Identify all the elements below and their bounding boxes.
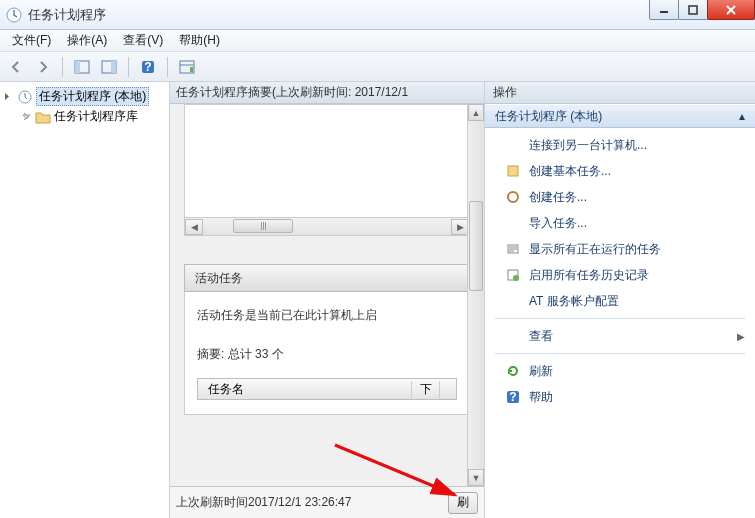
actions-subheading-label: 任务计划程序 (本地) <box>495 108 602 125</box>
svg-text:?: ? <box>144 60 151 74</box>
collapse-icon[interactable]: ▴ <box>739 109 745 123</box>
close-button[interactable] <box>707 0 755 20</box>
actions-divider-2 <box>495 353 745 354</box>
scroll-left-button[interactable]: ◀ <box>185 219 203 235</box>
status-time: 2017/12/1 23:26:47 <box>248 495 351 509</box>
navigation-tree: 任务计划程序 (本地) 任务计划程序库 <box>0 82 170 518</box>
forward-button[interactable] <box>31 55 55 79</box>
refresh-button[interactable]: 刷 <box>448 492 478 514</box>
refresh-icon <box>505 363 521 379</box>
tree-library-node[interactable]: 任务计划程序库 <box>20 107 167 126</box>
properties-button[interactable] <box>175 55 199 79</box>
action-show-running-label: 显示所有正在运行的任务 <box>529 241 661 258</box>
action-view[interactable]: 查看 ▶ <box>485 323 755 349</box>
active-tasks-header-label: 活动任务 <box>195 270 243 287</box>
action-help-label: 帮助 <box>529 389 553 406</box>
window-title: 任务计划程序 <box>28 6 106 24</box>
menu-file[interactable]: 文件(F) <box>4 30 59 51</box>
actions-panel: 操作 任务计划程序 (本地) ▴ 连接到另一台计算机... 创建基本任务... … <box>485 82 755 518</box>
task-list-header: 任务名 下 <box>197 378 457 400</box>
view-icon <box>505 328 521 344</box>
horizontal-scrollbar[interactable]: ◀ ▶ <box>185 217 469 235</box>
help-icon: ? <box>505 389 521 405</box>
task-icon <box>505 189 521 205</box>
action-create-task-label: 创建任务... <box>529 189 587 206</box>
vertical-scrollbar[interactable]: ▲ ▼ <box>467 104 484 486</box>
action-enable-history-label: 启用所有任务历史记录 <box>529 267 649 284</box>
expand-icon[interactable] <box>20 111 32 123</box>
active-tasks-body: 活动任务是当前已在此计算机上启 摘要: 总计 33 个 任务名 下 <box>184 292 470 415</box>
actions-list: 连接到另一台计算机... 创建基本任务... 创建任务... 导入任务... 显… <box>485 128 755 414</box>
main-area: 任务计划程序 (本地) 任务计划程序库 任务计划程序摘要(上次刷新时间: 201… <box>0 82 755 518</box>
toolbar-separator-2 <box>128 57 129 77</box>
menubar: 文件(F) 操作(A) 查看(V) 帮助(H) <box>0 30 755 52</box>
toolbar-separator <box>62 57 63 77</box>
scroll-thumb-vertical[interactable] <box>469 201 483 291</box>
actions-heading: 操作 <box>485 82 755 104</box>
action-create-basic[interactable]: 创建基本任务... <box>485 158 755 184</box>
svg-point-19 <box>513 275 519 281</box>
scroll-thumb[interactable] <box>233 219 293 233</box>
action-at-service-label: AT 服务帐户配置 <box>529 293 619 310</box>
svg-rect-8 <box>111 61 116 73</box>
chevron-right-icon: ▶ <box>737 331 745 342</box>
action-create-task[interactable]: 创建任务... <box>485 184 755 210</box>
task-scheduler-icon <box>17 89 33 105</box>
menu-action[interactable]: 操作(A) <box>59 30 115 51</box>
action-help[interactable]: ? 帮助 <box>485 384 755 410</box>
svg-rect-15 <box>508 166 518 176</box>
action-import-task[interactable]: 导入任务... <box>485 210 755 236</box>
status-text: 上次刷新时间2017/12/1 23:26:47 <box>176 494 448 511</box>
status-prefix: 上次刷新时间 <box>176 495 248 509</box>
action-show-running[interactable]: 显示所有正在运行的任务 <box>485 236 755 262</box>
svg-rect-6 <box>75 61 80 73</box>
summary-body: ◀ ▶ 活动任务 活动任务是当前已在此计算机上启 摘要: 总计 33 个 任务名… <box>170 104 484 486</box>
action-view-label: 查看 <box>529 328 553 345</box>
action-refresh-label: 刷新 <box>529 363 553 380</box>
tree-root-label: 任务计划程序 (本地) <box>36 87 149 106</box>
actions-subheading: 任务计划程序 (本地) ▴ <box>485 104 755 128</box>
folder-icon <box>35 109 51 125</box>
show-hide-tree-button[interactable] <box>70 55 94 79</box>
svg-text:?: ? <box>509 390 516 404</box>
scroll-track[interactable] <box>203 219 451 235</box>
wizard-icon <box>505 163 521 179</box>
titlebar: 任务计划程序 <box>0 0 755 30</box>
show-hide-actions-button[interactable] <box>97 55 121 79</box>
computer-icon <box>505 137 521 153</box>
svg-rect-13 <box>190 67 193 72</box>
history-icon <box>505 267 521 283</box>
scroll-down-button[interactable]: ▼ <box>468 469 484 486</box>
action-connect[interactable]: 连接到另一台计算机... <box>485 132 755 158</box>
summary-heading: 任务计划程序摘要(上次刷新时间: 2017/12/1 <box>170 82 484 104</box>
import-icon <box>505 215 521 231</box>
menu-view[interactable]: 查看(V) <box>115 30 171 51</box>
overview-box: ◀ ▶ <box>184 104 470 236</box>
active-tasks-desc: 活动任务是当前已在此计算机上启 <box>197 306 457 325</box>
toolbar-separator-3 <box>167 57 168 77</box>
menu-help[interactable]: 帮助(H) <box>171 30 228 51</box>
action-import-task-label: 导入任务... <box>529 215 587 232</box>
scroll-up-button[interactable]: ▲ <box>468 104 484 121</box>
maximize-button[interactable] <box>678 0 708 20</box>
summary-panel: 任务计划程序摘要(上次刷新时间: 2017/12/1 ◀ ▶ 活动任务 活动任务… <box>170 82 485 518</box>
minimize-button[interactable] <box>649 0 679 20</box>
expand-icon[interactable] <box>2 91 14 103</box>
action-at-service[interactable]: AT 服务帐户配置 <box>485 288 755 314</box>
active-tasks-count: 摘要: 总计 33 个 <box>197 345 457 364</box>
tree-library-label: 任务计划程序库 <box>54 108 138 125</box>
active-tasks-header[interactable]: 活动任务 <box>184 264 470 292</box>
actions-divider <box>495 318 745 319</box>
help-button[interactable]: ? <box>136 55 160 79</box>
action-enable-history[interactable]: 启用所有任务历史记录 <box>485 262 755 288</box>
svg-point-16 <box>508 192 518 202</box>
col-taskname[interactable]: 任务名 <box>198 381 412 398</box>
app-icon <box>6 7 22 23</box>
running-icon <box>505 241 521 257</box>
refresh-button-label: 刷 <box>457 494 469 511</box>
window-buttons <box>650 0 755 22</box>
back-button[interactable] <box>4 55 28 79</box>
tree-root-node[interactable]: 任务计划程序 (本地) <box>2 86 167 107</box>
col-next[interactable]: 下 <box>412 381 440 398</box>
action-refresh[interactable]: 刷新 <box>485 358 755 384</box>
